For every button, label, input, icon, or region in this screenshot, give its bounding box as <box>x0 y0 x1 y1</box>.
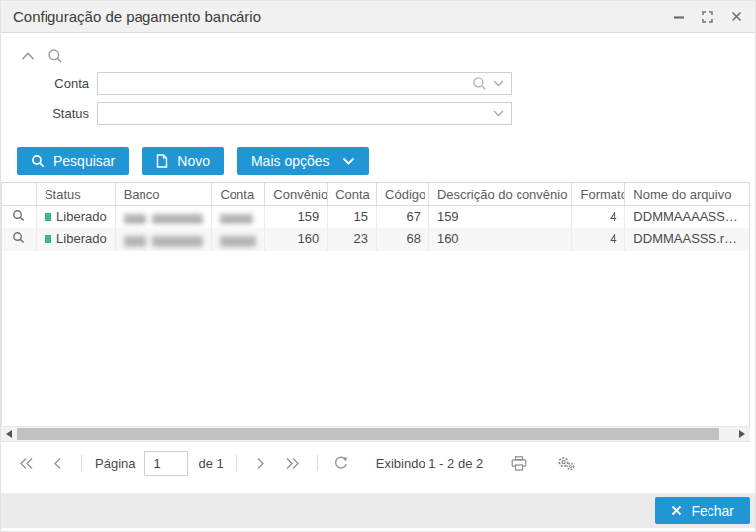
mais-opcoes-button[interactable]: Mais opções <box>237 147 369 175</box>
column-header-banco[interactable]: Banco <box>116 183 213 205</box>
conta2-cell: 23 <box>328 228 377 251</box>
pesquisar-label: Pesquisar <box>53 153 115 169</box>
conta2-cell: 15 <box>328 206 377 228</box>
status-form-row: Status <box>1 102 512 125</box>
codigo-cell: 67 <box>377 206 429 228</box>
last-page-icon[interactable] <box>282 452 304 474</box>
grid-header: Status Banco Conta Convênio Conta Código… <box>2 182 749 206</box>
column-header-formato[interactable]: Formato <box>572 183 625 205</box>
footer-bar: Fechar <box>1 493 756 528</box>
conta-combo <box>97 72 512 95</box>
search-panel-icon[interactable] <box>47 48 63 64</box>
new-document-icon <box>156 154 168 168</box>
search-panel-tools <box>21 48 63 64</box>
results-grid: Status Banco Conta Convênio Conta Código… <box>1 182 750 426</box>
status-text: Liberado <box>56 209 107 223</box>
next-page-icon[interactable] <box>250 452 272 474</box>
paging-toolbar: Página de 1 Exibindo 1 - 2 de 2 <box>1 446 756 480</box>
page-number-input[interactable] <box>144 451 188 476</box>
prev-page-icon[interactable] <box>47 452 68 474</box>
grid-settings-gears-icon[interactable] <box>554 452 578 474</box>
nome-arquivo-cell: DDMMAAAASSS.r... <box>625 206 749 228</box>
row-magnifier-icon[interactable] <box>2 206 37 228</box>
pesquisar-button[interactable]: Pesquisar <box>17 147 129 175</box>
column-header-conta[interactable]: Conta <box>212 183 265 205</box>
banco-cell-redacted <box>116 228 213 251</box>
status-green-square <box>45 213 51 221</box>
descricao-cell: 160 <box>429 228 573 251</box>
scrollbar-thumb[interactable] <box>17 428 719 440</box>
chevron-down-icon <box>342 157 355 165</box>
novo-button[interactable]: Novo <box>142 147 224 175</box>
window-title: Configuração de pagamento bancário <box>13 8 672 25</box>
nome-arquivo-cell: DDMMAASSS.rem <box>625 228 749 251</box>
scroll-left-arrow-icon[interactable] <box>1 427 17 441</box>
minimize-icon[interactable] <box>672 10 686 24</box>
separator <box>81 455 82 471</box>
column-header-conta2[interactable]: Conta <box>328 183 377 205</box>
page-count-label: de 1 <box>198 456 223 471</box>
fechar-button[interactable]: Fechar <box>655 497 750 524</box>
status-chevron-down-icon[interactable] <box>493 110 504 117</box>
close-icon[interactable] <box>729 10 743 24</box>
table-row[interactable]: Liberado 159 15 67 159 4 DDMMAAAASSS.r..… <box>2 206 749 228</box>
conta-chevron-down-icon[interactable] <box>493 80 504 87</box>
action-toolbar: Pesquisar Novo Mais opções <box>17 147 369 175</box>
conta-input[interactable] <box>98 73 472 94</box>
titlebar: Configuração de pagamento bancário <box>1 1 755 33</box>
column-header-nome-arquivo[interactable]: Nome do arquivo <box>625 183 749 205</box>
collapse-panel-icon[interactable] <box>21 52 35 61</box>
column-header-convenio[interactable]: Convênio <box>265 183 328 205</box>
mais-opcoes-label: Mais opções <box>251 153 330 169</box>
conta-form-row: Conta <box>1 72 512 95</box>
column-header-codigo[interactable]: Código <box>377 183 429 205</box>
first-page-icon[interactable] <box>15 452 37 474</box>
separator <box>317 455 318 471</box>
convenio-cell: 160 <box>265 228 328 251</box>
column-header-descricao[interactable]: Descrição do convênio <box>429 183 573 205</box>
status-cell: Liberado <box>37 228 116 251</box>
descricao-cell: 159 <box>429 206 573 228</box>
status-combo <box>97 102 512 125</box>
novo-label: Novo <box>177 153 210 169</box>
maximize-icon[interactable] <box>701 10 714 24</box>
separator <box>236 455 237 471</box>
conta-label: Conta <box>1 76 97 91</box>
refresh-icon[interactable] <box>331 452 352 474</box>
bank-payment-config-window: Configuração de pagamento bancário Conta <box>0 0 756 532</box>
formato-cell: 4 <box>572 228 625 251</box>
convenio-cell: 159 <box>265 206 328 228</box>
scroll-right-arrow-icon[interactable] <box>734 427 750 441</box>
status-green-square <box>45 235 51 243</box>
table-row[interactable]: Liberado 160 23 68 160 4 DDMMAASSS.rem <box>2 228 749 251</box>
banco-cell-redacted <box>116 206 213 228</box>
conta-cell-redacted <box>212 206 265 228</box>
status-text: Liberado <box>56 231 107 246</box>
status-cell: Liberado <box>37 206 116 228</box>
status-label: Status <box>1 106 97 121</box>
conta-search-icon[interactable] <box>472 76 487 91</box>
print-icon[interactable] <box>507 452 530 474</box>
conta-cell-redacted <box>212 228 265 251</box>
search-icon <box>31 154 45 168</box>
status-input[interactable] <box>98 103 493 124</box>
column-header-icon[interactable] <box>2 183 37 205</box>
horizontal-scrollbar[interactable] <box>1 426 750 442</box>
formato-cell: 4 <box>572 206 625 228</box>
exibindo-status-text: Exibindo 1 - 2 de 2 <box>376 456 483 471</box>
codigo-cell: 68 <box>377 228 429 251</box>
pagina-label: Página <box>95 456 135 471</box>
row-magnifier-icon[interactable] <box>2 228 37 251</box>
fechar-label: Fechar <box>691 503 734 519</box>
close-x-icon <box>671 505 682 516</box>
column-header-status[interactable]: Status <box>37 183 116 205</box>
